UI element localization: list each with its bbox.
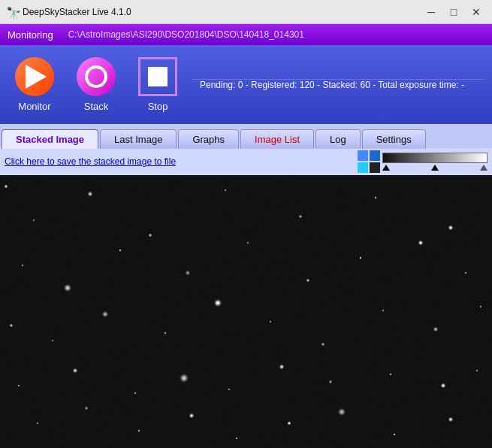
tab-graphs[interactable]: Graphs [178, 129, 239, 149]
file-path: C:\AstroImages\ASI290\DSO201804\DSO\1404… [68, 29, 304, 40]
tabs-container: Stacked ImageLast ImageGraphsImage ListL… [0, 124, 492, 148]
tab-image-list[interactable]: Image List [240, 129, 314, 149]
status-bar: Pending: 0 - Registered: 120 - Stacked: … [192, 79, 484, 90]
stack-icon [77, 57, 116, 96]
title-bar-left: 🔭 DeepSkyStacker Live 4.1.0 [6, 6, 131, 18]
cyan-square[interactable] [358, 162, 368, 173]
star-canvas [0, 175, 492, 448]
color-controls [358, 150, 487, 173]
color-squares [358, 150, 380, 173]
status-text: Pending: 0 - Registered: 120 - Stacked: … [200, 80, 464, 90]
close-button[interactable]: ✕ [466, 2, 486, 22]
play-triangle-icon [26, 65, 47, 89]
blue-dark-square[interactable] [370, 150, 380, 161]
gradient-bar[interactable] [382, 153, 487, 163]
title-bar-controls: ─ □ ✕ [421, 2, 486, 22]
monitor-label: Monitor [18, 101, 50, 112]
title-bar-title: DeepSkyStacker Live 4.1.0 [23, 7, 131, 17]
app-icon: 🔭 [6, 6, 18, 18]
toolbar: Monitor Stack Stop Pending: 0 - Register… [0, 45, 492, 124]
tab-log[interactable]: Log [315, 129, 361, 149]
title-bar: 🔭 DeepSkyStacker Live 4.1.0 ─ □ ✕ [0, 0, 492, 24]
gradient-container [382, 153, 487, 171]
right-triangle-marker [431, 165, 439, 171]
stop-button[interactable]: Stop [131, 54, 185, 115]
stack-button[interactable]: Stack [69, 54, 123, 115]
monitor-button[interactable]: Monitor [8, 54, 62, 115]
blue-light-square[interactable] [358, 150, 368, 161]
stop-square-icon [148, 67, 168, 86]
left-triangle-marker [382, 165, 390, 171]
maximize-button[interactable]: □ [444, 2, 463, 22]
monitoring-label: Monitoring [8, 29, 53, 41]
save-link[interactable]: Click here to save the stacked image to … [5, 156, 353, 167]
stack-label: Stack [84, 101, 109, 112]
end-triangle-marker [480, 165, 487, 171]
menu-bar: Monitoring C:\AstroImages\ASI290\DSO2018… [0, 24, 492, 45]
minimize-button[interactable]: ─ [421, 2, 441, 22]
tab-last-image[interactable]: Last Image [100, 129, 177, 149]
image-area [0, 175, 492, 448]
tab-stacked-image[interactable]: Stacked Image [2, 129, 98, 149]
dark-square[interactable] [370, 162, 380, 173]
circle-icon [85, 65, 107, 88]
triangle-markers [382, 165, 487, 171]
stop-label: Stop [148, 101, 168, 112]
monitor-icon [15, 57, 54, 96]
tab-settings[interactable]: Settings [362, 129, 426, 149]
stop-icon [138, 57, 177, 96]
content-area: Click here to save the stacked image to … [0, 148, 492, 175]
